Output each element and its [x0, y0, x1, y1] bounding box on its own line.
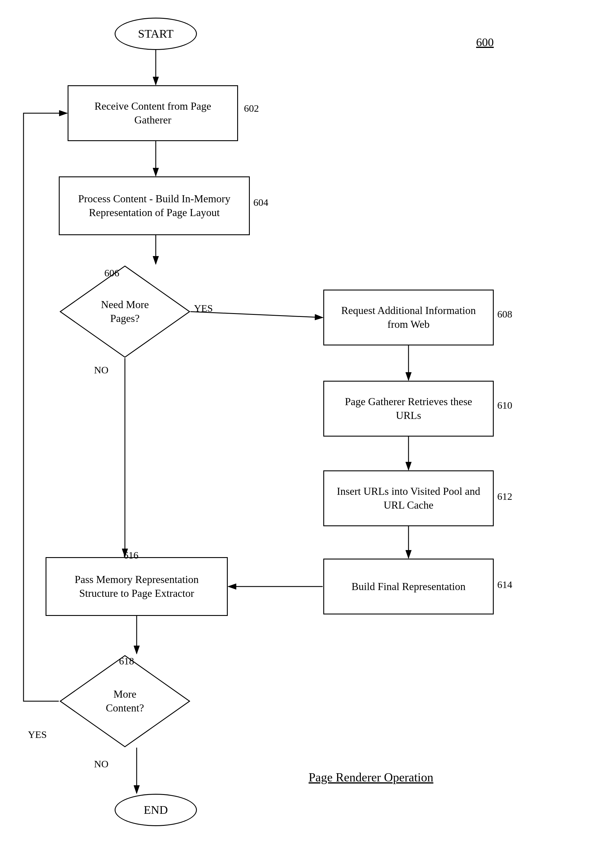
diagram-title: 600 [476, 35, 494, 49]
label-604: 604 [253, 197, 268, 208]
label-616: 616 [124, 550, 139, 561]
diagram-caption: Page Renderer Operation [309, 770, 434, 784]
label-610: 610 [497, 400, 512, 411]
label-602: 602 [244, 103, 259, 114]
label-614: 614 [497, 579, 512, 590]
node-602: Receive Content from Page Gatherer [68, 85, 238, 141]
label-606: 606 [104, 268, 119, 279]
node-616: Pass Memory Representation Structure to … [46, 557, 228, 616]
node-606: Need More Pages? [59, 265, 191, 359]
edge-yes1: YES [194, 303, 213, 314]
edge-no2: NO [94, 758, 108, 770]
label-618: 618 [119, 656, 134, 667]
node-608: Request Additional Information from Web [323, 289, 494, 345]
edge-yes2: YES [28, 729, 47, 740]
edge-no1: NO [94, 365, 108, 376]
node-604: Process Content - Build In-Memory Repres… [59, 176, 250, 235]
start-node: START [114, 18, 197, 50]
diagram: 600 START Receive Content from Page Gath… [0, 0, 616, 857]
node-610: Page Gatherer Retrieves these URLs [323, 381, 494, 436]
label-612: 612 [497, 491, 512, 502]
node-612: Insert URLs into Visited Pool and URL Ca… [323, 470, 494, 526]
node-618: More Content? [59, 654, 191, 748]
node-606-text: Need More Pages? [101, 298, 149, 325]
label-608: 608 [497, 309, 512, 320]
end-node: END [114, 794, 197, 826]
node-614: Build Final Representation [323, 558, 494, 614]
node-618-text: More Content? [106, 687, 144, 715]
